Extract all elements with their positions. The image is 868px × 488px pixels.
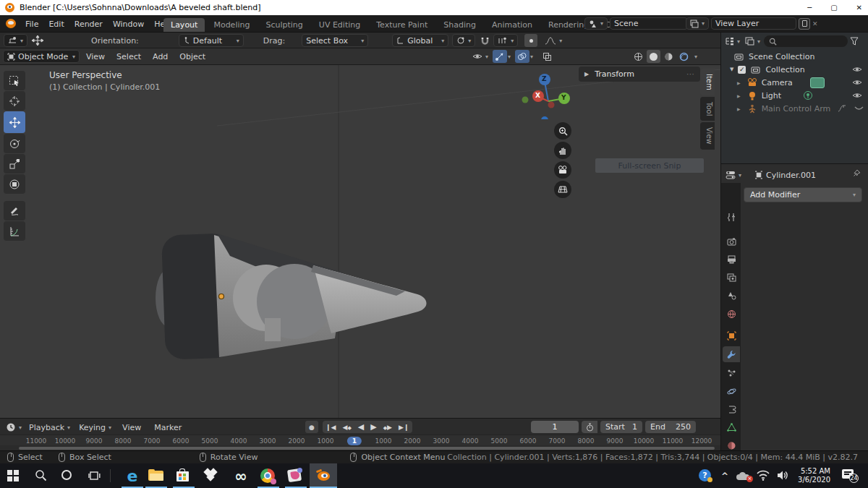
tool-cursor[interactable] bbox=[4, 91, 25, 111]
pan-view-button[interactable] bbox=[554, 142, 571, 159]
taskbar-search-icon[interactable] bbox=[35, 469, 47, 481]
zoom-view-button[interactable] bbox=[554, 122, 571, 140]
collection-hide-toggle[interactable] bbox=[852, 66, 862, 73]
light-hide-toggle[interactable] bbox=[852, 92, 862, 99]
mode-dropdown[interactable]: Object Mode ▾ bbox=[3, 50, 80, 63]
outliner-row-camera[interactable]: ▶ Camera bbox=[721, 76, 868, 89]
frame-start-field[interactable]: Start1 bbox=[600, 421, 642, 433]
camera-expand-icon[interactable]: ▶ bbox=[737, 80, 741, 85]
taskbar-app-edge[interactable]: e bbox=[122, 466, 143, 487]
shading-solid-button[interactable] bbox=[647, 50, 660, 63]
perspective-toggle-button[interactable] bbox=[554, 181, 571, 198]
panel-expand-icon[interactable]: ▶ bbox=[584, 71, 589, 77]
tab-modeling[interactable]: Modeling bbox=[206, 18, 257, 32]
tab-layout[interactable]: Layout bbox=[163, 18, 205, 32]
cortana-icon[interactable] bbox=[61, 470, 72, 480]
tab-constraint-properties[interactable] bbox=[723, 401, 740, 417]
outliner-editor-type-button[interactable]: ▾ bbox=[723, 35, 741, 48]
jump-to-start-button[interactable]: ❙◀ bbox=[326, 424, 336, 431]
tool-annotate[interactable] bbox=[4, 201, 25, 221]
overlays-dropdown[interactable]: ▾ bbox=[530, 53, 533, 60]
filter-icon[interactable] bbox=[850, 37, 859, 46]
axis-gizmo[interactable]: Z X Y bbox=[519, 69, 577, 119]
show-overlays-toggle[interactable] bbox=[515, 50, 529, 63]
tab-scene-properties[interactable] bbox=[723, 288, 740, 304]
minimize-button[interactable]: ─ bbox=[807, 4, 812, 12]
taskbar-app-blender[interactable] bbox=[310, 463, 337, 488]
outliner-search-field[interactable] bbox=[764, 35, 848, 47]
outliner-row-collection[interactable]: ▼ ✓ Collection bbox=[721, 63, 868, 76]
sidebar-transform-panel[interactable]: ▶ Transform ⋯ bbox=[579, 67, 700, 82]
current-frame-field[interactable]: 1 bbox=[531, 421, 579, 433]
shading-rendered-button[interactable] bbox=[677, 50, 691, 63]
help-tray-icon[interactable]: ? bbox=[699, 469, 711, 481]
gizmo-dropdown[interactable]: ▾ bbox=[508, 53, 511, 60]
tool-measure[interactable] bbox=[4, 221, 25, 241]
tool-move[interactable] bbox=[4, 111, 25, 133]
pin-icon[interactable] bbox=[853, 169, 861, 177]
tool-scale[interactable] bbox=[4, 154, 25, 174]
view-layer-browse-button[interactable]: ▾ bbox=[686, 17, 709, 30]
tab-sculpting[interactable]: Sculpting bbox=[258, 18, 310, 32]
timeline-editor-type-button[interactable]: ▾ bbox=[4, 421, 23, 434]
proportional-editing-toggle[interactable] bbox=[524, 34, 537, 47]
onedrive-tray-icon[interactable]: × bbox=[736, 472, 751, 480]
collection-checkbox[interactable]: ✓ bbox=[738, 66, 746, 74]
show-gizmo-toggle[interactable] bbox=[493, 50, 507, 63]
move-tool-icon[interactable] bbox=[31, 35, 44, 46]
blender-app-icon[interactable] bbox=[6, 19, 16, 28]
tab-texture-paint[interactable]: Texture Paint bbox=[369, 18, 435, 32]
taskbar-app-snip[interactable] bbox=[288, 468, 303, 483]
play-button[interactable]: ▶ bbox=[370, 422, 376, 432]
tab-output-properties[interactable] bbox=[723, 252, 740, 267]
taskbar-app-store[interactable] bbox=[176, 468, 190, 483]
camera-view-button[interactable] bbox=[554, 161, 571, 179]
notification-center-icon[interactable]: 24 bbox=[842, 469, 855, 480]
tab-shading[interactable]: Shading bbox=[436, 18, 483, 32]
drag-dropdown[interactable]: Select Box ▾ bbox=[302, 34, 368, 47]
visibility-dropdown[interactable]: ▾ bbox=[485, 53, 488, 60]
close-button[interactable]: ✕ bbox=[856, 4, 862, 12]
scene-name-field[interactable]: Scene bbox=[610, 17, 688, 30]
xray-toggle[interactable] bbox=[540, 50, 554, 63]
next-keyframe-button[interactable]: ◆▶ bbox=[383, 424, 392, 431]
task-view-icon[interactable] bbox=[88, 470, 101, 481]
shading-material-button[interactable] bbox=[662, 50, 676, 63]
viewport-3d[interactable]: User Perspective (1) Collection | Cylind… bbox=[0, 65, 720, 418]
tab-uv-editing[interactable]: UV Editing bbox=[312, 18, 367, 32]
viewport-menu-select[interactable]: Select bbox=[111, 51, 146, 63]
wifi-tray-icon[interactable] bbox=[757, 470, 770, 481]
camera-data-icon[interactable] bbox=[810, 77, 825, 88]
view-layer-copy-button[interactable] bbox=[799, 18, 810, 30]
light-data-icon[interactable] bbox=[803, 90, 813, 100]
sidebar-tab-item[interactable]: Item bbox=[700, 69, 715, 95]
outliner-row-light[interactable]: ▶ Light bbox=[721, 89, 868, 102]
keying-menu[interactable]: Keying▾ bbox=[76, 423, 114, 432]
pivot-point-dropdown[interactable]: ▾ bbox=[452, 34, 475, 47]
gizmo-y-label[interactable]: Y bbox=[561, 94, 566, 101]
sidebar-tab-view[interactable]: View bbox=[700, 122, 715, 150]
snap-settings-dropdown[interactable]: ▾ bbox=[493, 34, 518, 47]
tab-view-layer-properties[interactable] bbox=[723, 270, 740, 286]
prev-keyframe-button[interactable]: ◀◆ bbox=[342, 424, 351, 431]
tab-animation[interactable]: Animation bbox=[485, 18, 540, 32]
tool-select-box[interactable] bbox=[4, 71, 25, 90]
tab-physics-properties[interactable] bbox=[723, 383, 740, 399]
menu-window[interactable]: Window bbox=[108, 18, 149, 30]
viewport-menu-add[interactable]: Add bbox=[148, 51, 173, 63]
armature-expand-icon[interactable]: ▶ bbox=[737, 106, 741, 111]
tab-object-properties[interactable] bbox=[723, 328, 740, 343]
start-button[interactable] bbox=[7, 470, 19, 481]
orientation-dropdown[interactable]: Default ▾ bbox=[179, 34, 244, 47]
tab-data-properties[interactable] bbox=[723, 419, 740, 435]
menu-edit[interactable]: Edit bbox=[43, 18, 69, 30]
timeline-playhead[interactable]: 1 bbox=[347, 437, 362, 445]
proportional-falloff-dropdown[interactable]: ▾ bbox=[541, 34, 566, 47]
shading-dropdown[interactable]: ▾ bbox=[694, 53, 697, 60]
tab-particle-properties[interactable] bbox=[723, 365, 740, 381]
tab-world-properties[interactable] bbox=[723, 306, 740, 322]
gizmo-x-label[interactable]: X bbox=[535, 92, 540, 99]
tab-render-properties[interactable] bbox=[723, 234, 740, 249]
play-reverse-button[interactable]: ◀ bbox=[358, 422, 364, 432]
viewport-menu-object[interactable]: Object bbox=[174, 51, 210, 63]
